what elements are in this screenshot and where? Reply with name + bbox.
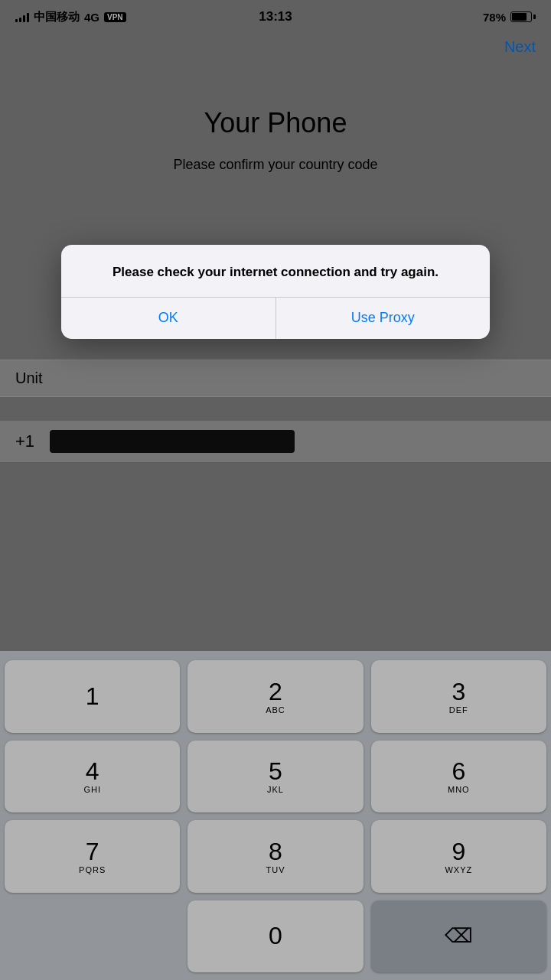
alert-actions: OK Use Proxy — [61, 298, 490, 339]
alert-message: Please check your internet connection an… — [61, 245, 490, 297]
alert-use-proxy-button[interactable]: Use Proxy — [276, 298, 491, 339]
alert-dialog: Please check your internet connection an… — [61, 245, 490, 339]
dialog-overlay — [0, 0, 551, 980]
alert-ok-button[interactable]: OK — [61, 298, 276, 339]
